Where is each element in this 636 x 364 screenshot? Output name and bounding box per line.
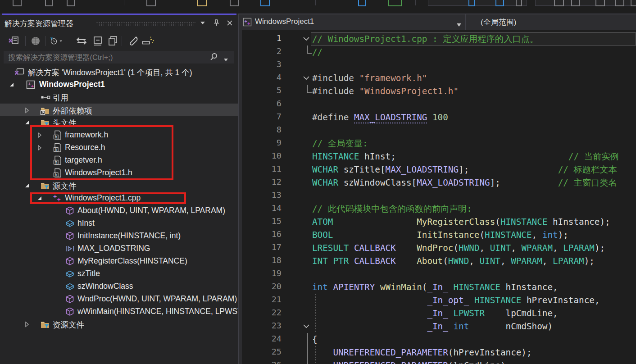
toolbar-icon-fragment[interactable] (516, 0, 522, 6)
tree-item--[interactable]: 头文件 (0, 116, 239, 129)
tree-item-myregisterclass-hinstance-[interactable]: MyRegisterClass(HINSTANCE) (0, 255, 239, 268)
collapsed-arrow-icon[interactable] (36, 132, 43, 139)
tree-item--[interactable]: 外部依赖项 (0, 104, 239, 116)
code-line-11[interactable]: 11WCHAR szTitle[MAX_LOADSTRING]; // 标题栏文… (239, 163, 636, 176)
code-text[interactable]: UNREFERENCED_PARAMETER(hPrevInstance); (312, 346, 532, 359)
tree-item-wndproc-hwnd-uint-wparam-lparam-[interactable]: WndProc(HWND, UINT, WPARAM, LPARAM) (0, 293, 239, 305)
code-text[interactable]: // 此代码模块中包含的函数的前向声明: (312, 202, 472, 215)
tree-item-initinstance-hinstance-int-[interactable]: InitInstance(HINSTANCE, int) (0, 230, 239, 242)
tree-item-hinst[interactable]: hInst (0, 217, 239, 230)
code-text[interactable]: #define MAX_LOADSTRING 100 (312, 111, 448, 124)
code-text[interactable]: UNREFERENCED_PARAMETER(lpCmdLine); (312, 359, 511, 364)
code-line-17[interactable]: 17LRESULT CALLBACK WndProc(HWND, UINT, W… (239, 241, 636, 255)
collapsed-arrow-icon[interactable] (23, 107, 31, 114)
code-text[interactable]: _In_opt_ HINSTANCE hPrevInstance, (312, 294, 600, 307)
code-text[interactable]: ATOM MyRegisterClass(HINSTANCE hInstance… (312, 215, 610, 228)
code-line-24[interactable]: 24{ (239, 333, 636, 346)
close-icon[interactable] (224, 18, 235, 28)
toolbar-icon-fragment[interactable] (67, 0, 75, 6)
sync-with-active-document-icon[interactable] (75, 34, 88, 48)
tree-item--[interactable]: 源文件 (0, 179, 239, 192)
tree-item-targetver.h[interactable]: htargetver.h (0, 154, 239, 167)
code-text[interactable]: INT_PTR CALLBACK About(HWND, UINT, WPARA… (312, 255, 595, 268)
toolbar-combo-fragment[interactable] (428, 0, 527, 6)
toolbar-icon-fragment[interactable] (388, 0, 402, 6)
fold-chevron-icon[interactable] (302, 74, 311, 83)
code-line-18[interactable]: 18INT_PTR CALLBACK About(HWND, UINT, WPA… (239, 255, 636, 268)
fold-chevron-icon[interactable] (302, 35, 311, 44)
tree-item-max-loadstring[interactable]: MAX_LOADSTRING (0, 242, 239, 255)
code-line-26[interactable]: 26 UNREFERENCED_PARAMETER(lpCmdLine); (239, 359, 636, 364)
code-line-2[interactable]: 2// (239, 46, 636, 59)
tree-item--[interactable]: 引用 (0, 91, 239, 104)
code-line-23[interactable]: 23 _In_ int nCmdShow) (239, 320, 636, 333)
filter-open-files-icon[interactable] (50, 34, 63, 48)
tree-item-windowsproject1.h[interactable]: hWindowsProject1.h (0, 167, 239, 179)
collapsed-arrow-icon[interactable] (36, 144, 43, 151)
tree-item-wwinmain-hinstance-hinstance-lpwstr-int-[interactable]: wWinMain(HINSTANCE, HINSTANCE, LPWSTR, i… (0, 305, 239, 318)
panel-drag-dots[interactable] (96, 22, 196, 27)
code-line-16[interactable]: 16BOOL InitInstance(HINSTANCE, int); (239, 228, 636, 241)
window-position-chevron-icon[interactable] (197, 18, 208, 28)
code-text[interactable]: #include "framework.h" (312, 72, 427, 85)
expanded-arrow-icon[interactable] (8, 81, 15, 88)
toolbar-icon-fragment[interactable] (631, 0, 636, 6)
code-line-9[interactable]: 9// 全局变量: (239, 137, 636, 150)
toolbar-icon-fragment[interactable] (554, 0, 564, 6)
code-line-4[interactable]: 4#include "framework.h" (239, 72, 636, 85)
toolbar-icon-fragment[interactable] (615, 0, 624, 6)
tree-item-szwindowclass[interactable]: szWindowClass (0, 280, 239, 293)
scope-dropdown[interactable]: (全局范围) (481, 17, 516, 27)
code-line-8[interactable]: 8 (239, 124, 636, 137)
collapsed-arrow-icon[interactable] (23, 321, 31, 328)
code-line-13[interactable]: 13 (239, 189, 636, 202)
code-text[interactable]: _In_ LPWSTR lpCmdLine, (312, 307, 558, 320)
show-all-files-icon[interactable] (106, 34, 120, 48)
code-text[interactable]: { (312, 333, 318, 346)
search-icon[interactable] (210, 52, 218, 63)
code-text[interactable]: BOOL InitInstance(HINSTANCE, int); (312, 228, 568, 241)
tree-item--windowsproject1-1-1-[interactable]: 解决方案 'WindowsProject1' (1 个项目, 共 1 个) (0, 66, 239, 78)
code-text[interactable]: // (312, 46, 323, 59)
toolbar-icon-fragment[interactable] (495, 0, 504, 6)
code-line-1[interactable]: 1// WindowsProject1.cpp : 定义应用程序的入口点。 (239, 32, 636, 46)
code-line-20[interactable]: 20int APIENTRY wWinMain(_In_ HINSTANCE h… (239, 281, 636, 294)
toolbar-icon-fragment[interactable] (260, 0, 270, 6)
code-text[interactable]: WCHAR szWindowClass[MAX_LOADSTRING]; // … (312, 176, 617, 189)
code-text[interactable]: // WindowsProject1.cpp : 定义应用程序的入口点。 (312, 32, 538, 46)
properties-icon[interactable] (126, 34, 140, 48)
toolbar-icon-fragment[interactable] (595, 0, 605, 6)
code-line-14[interactable]: 14// 此代码模块中包含的函数的前向声明: (239, 202, 636, 215)
toolbar-icon-fragment[interactable] (571, 0, 580, 6)
pending-changes-filter-icon[interactable] (29, 34, 42, 48)
code-line-12[interactable]: 12WCHAR szWindowClass[MAX_LOADSTRING]; /… (239, 176, 636, 189)
code-text[interactable]: WCHAR szTitle[MAX_LOADSTRING]; // 标题栏文本 (312, 163, 617, 176)
project-dropdown-chevron-icon[interactable] (457, 20, 461, 28)
tree-item-windowsproject1.cpp[interactable]: ++WindowsProject1.cpp (0, 192, 239, 205)
search-options-chevron-icon[interactable] (224, 55, 228, 63)
code-text[interactable]: #include "WindowsProject1.h" (312, 85, 459, 98)
code-line-19[interactable]: 19 (239, 268, 636, 281)
pin-icon[interactable] (211, 18, 222, 28)
toolbar-icon-fragment[interactable] (146, 0, 156, 6)
code-line-22[interactable]: 22 _In_ LPWSTR lpCmdLine, (239, 307, 636, 320)
code-area[interactable]: 1// WindowsProject1.cpp : 定义应用程序的入口点。2//… (239, 30, 636, 364)
expanded-arrow-icon[interactable] (23, 182, 31, 189)
project-dropdown[interactable]: WindowsProject1 (255, 17, 314, 26)
preview-selected-items-icon[interactable] (141, 34, 155, 48)
toolbar-icon-fragment[interactable] (230, 0, 239, 6)
code-line-3[interactable]: 3 (239, 59, 636, 72)
toolbar-icon-fragment[interactable] (358, 0, 366, 6)
code-text[interactable]: LRESULT CALLBACK WndProc(HWND, UINT, WPA… (312, 241, 605, 255)
code-line-7[interactable]: 7#define MAX_LOADSTRING 100 (239, 111, 636, 124)
code-text[interactable]: HINSTANCE hInst; // 当前实例 (312, 150, 619, 163)
switch-views-icon[interactable] (7, 34, 21, 48)
code-line-5[interactable]: 5#include "WindowsProject1.h" (239, 85, 636, 98)
code-line-15[interactable]: 15ATOM MyRegisterClass(HINSTANCE hInstan… (239, 215, 636, 228)
tree-item-sztitle[interactable]: szTitle (0, 268, 239, 280)
expanded-arrow-icon[interactable] (23, 119, 31, 126)
code-line-10[interactable]: 10HINSTANCE hInst; // 当前实例 (239, 150, 636, 163)
toolbar-icon-fragment[interactable] (197, 0, 207, 6)
tree-item-resource.h[interactable]: hResource.h (0, 141, 239, 154)
tree-item-windowsproject1[interactable]: ++WindowsProject1 (0, 78, 239, 91)
